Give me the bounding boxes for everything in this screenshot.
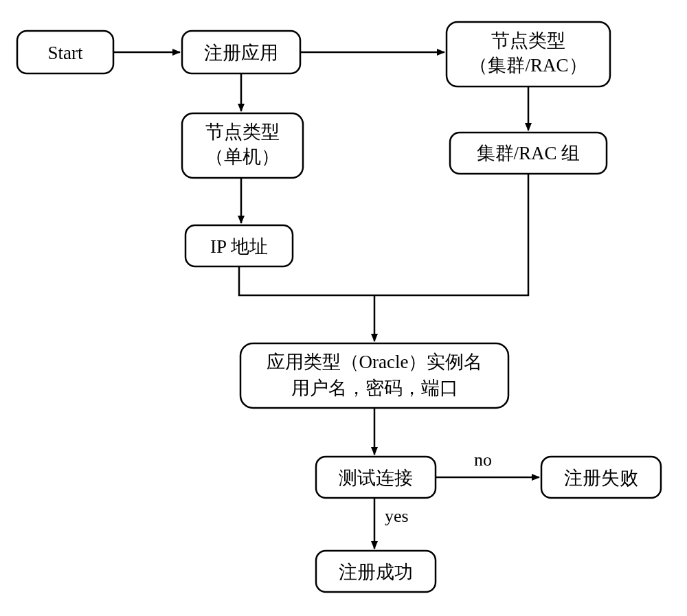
app-type-line1: 应用类型（Oracle）实例名 bbox=[267, 352, 483, 372]
flow-node-app-type: 应用类型（Oracle）实例名 用户名，密码，端口 bbox=[240, 343, 508, 408]
flow-node-register-fail: 注册失败 bbox=[541, 457, 661, 498]
edge-label-no: no bbox=[474, 450, 492, 470]
app-type-line2: 用户名，密码，端口 bbox=[291, 378, 458, 398]
test-connection-text: 测试连接 bbox=[339, 468, 413, 488]
flow-node-cluster-rac-group: 集群/RAC 组 bbox=[450, 133, 607, 174]
node-type-single-line2: （单机） bbox=[205, 146, 280, 167]
register-success-text: 注册成功 bbox=[339, 562, 413, 582]
node-type-cluster-line1: 节点类型 bbox=[491, 30, 565, 51]
flow-node-node-type-cluster: 节点类型 （集群/RAC） bbox=[447, 22, 610, 87]
start-text: Start bbox=[48, 43, 83, 63]
flow-node-node-type-single: 节点类型 （单机） bbox=[182, 113, 303, 178]
node-type-single-line1: 节点类型 bbox=[205, 122, 280, 142]
edge-label-yes: yes bbox=[385, 506, 409, 526]
flow-node-test-connection: 测试连接 bbox=[316, 457, 436, 498]
flow-node-register-success: 注册成功 bbox=[316, 551, 436, 592]
edge-group-merge-horizontal bbox=[374, 174, 528, 295]
node-type-cluster-line2: （集群/RAC） bbox=[469, 55, 587, 76]
register-fail-text: 注册失败 bbox=[564, 468, 638, 488]
register-app-text: 注册应用 bbox=[204, 43, 278, 63]
flow-node-ip-address: IP 地址 bbox=[185, 225, 293, 266]
cluster-rac-group-text: 集群/RAC 组 bbox=[477, 143, 581, 163]
edge-ip-merge-horizontal bbox=[239, 266, 374, 295]
ip-address-text: IP 地址 bbox=[210, 236, 268, 257]
flow-node-start: Start bbox=[17, 31, 113, 73]
flow-node-register-app: 注册应用 bbox=[182, 31, 300, 73]
